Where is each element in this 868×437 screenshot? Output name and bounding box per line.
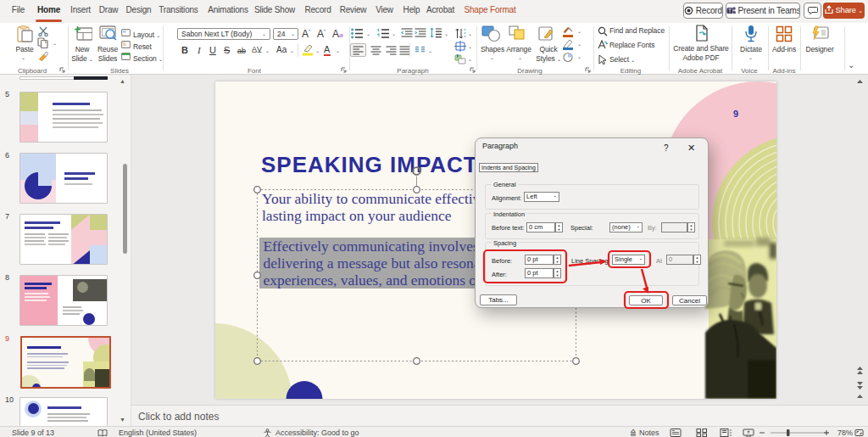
svg-text:T: T [728,8,732,14]
